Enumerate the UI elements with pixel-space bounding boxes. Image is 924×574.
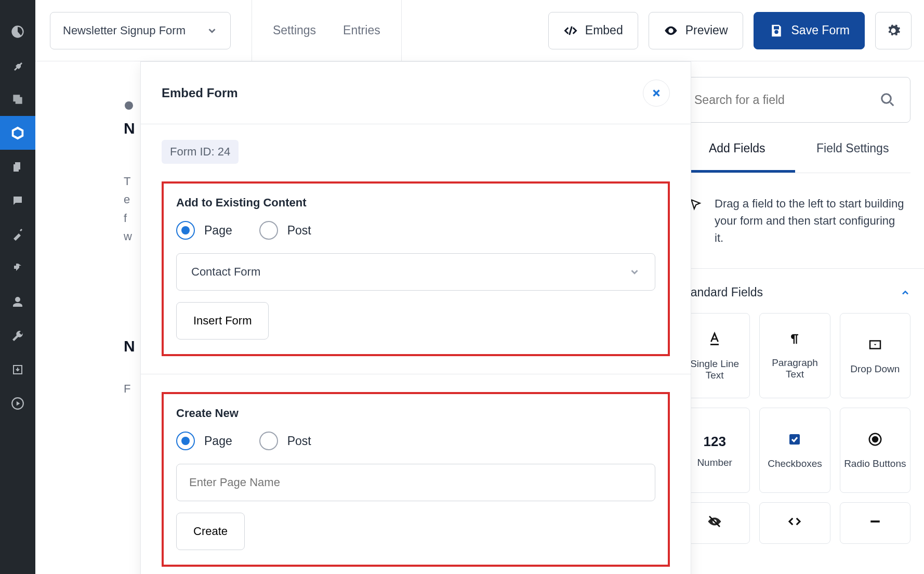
radio-icon <box>176 221 195 240</box>
field-item-2[interactable]: Drop Down <box>840 313 910 398</box>
close-button[interactable] <box>643 80 670 107</box>
pages-icon[interactable] <box>0 150 35 184</box>
chevron-down-icon <box>629 266 640 278</box>
tab-field-settings[interactable]: Field Settings <box>795 141 911 173</box>
settings-gear-button[interactable] <box>875 12 912 49</box>
create-button[interactable]: Create <box>176 513 245 550</box>
form-selector[interactable]: Newsletter Signup Form <box>50 12 231 49</box>
field-item-4[interactable]: Checkboxes <box>759 408 830 493</box>
tab-settings[interactable]: Settings <box>273 23 316 37</box>
save-button[interactable]: Save Form <box>754 12 865 49</box>
tab-entries[interactable]: Entries <box>343 23 380 37</box>
forms-icon[interactable] <box>0 116 35 150</box>
tools-icon[interactable] <box>0 319 35 353</box>
field-icon <box>867 514 883 533</box>
field-label: Paragraph Text <box>762 357 827 380</box>
tab-add-fields[interactable]: Add Fields <box>679 141 795 173</box>
toolbar: Newsletter Signup Form Settings Entries … <box>35 0 924 61</box>
field-item-7[interactable] <box>759 502 830 544</box>
field-label: Drop Down <box>850 363 900 375</box>
insert-form-button[interactable]: Insert Form <box>176 302 269 340</box>
preview-label: Preview <box>685 23 728 37</box>
svg-point-1 <box>125 101 133 110</box>
search-icon <box>880 92 895 108</box>
dashboard-icon[interactable] <box>0 15 35 48</box>
users-icon[interactable] <box>0 285 35 319</box>
select-value: Contact Form <box>191 265 260 279</box>
right-panel: Add Fields Field Settings Drag a field t… <box>665 61 924 574</box>
chevron-up-icon[interactable] <box>900 288 910 298</box>
field-icon <box>867 337 883 356</box>
radio-icon <box>259 432 278 450</box>
field-item-5[interactable]: Radio Buttons <box>840 408 910 493</box>
admin-sidebar <box>0 0 35 574</box>
canvas-area: N T e f w N F Embed Form <box>35 61 665 574</box>
field-icon <box>787 332 802 350</box>
field-icon <box>707 514 722 533</box>
play-icon[interactable] <box>0 386 35 420</box>
existing-title: Add to Existing Content <box>176 196 655 210</box>
gear-icon <box>886 23 901 38</box>
embed-button[interactable]: Embed <box>548 12 638 49</box>
embed-modal: Embed Form Form ID: 24 Add to Existing C… <box>140 61 691 574</box>
search-input[interactable] <box>694 93 880 107</box>
field-icon <box>867 432 883 451</box>
svg-point-6 <box>873 437 878 442</box>
modal-title: Embed Form <box>162 86 238 100</box>
accordion-title: Standard Fields <box>679 285 763 299</box>
field-label: Radio Buttons <box>844 458 906 469</box>
field-item-8[interactable] <box>840 502 910 544</box>
svg-point-2 <box>882 94 891 103</box>
existing-radio-page[interactable]: Page <box>176 221 232 240</box>
preview-button[interactable]: Preview <box>649 12 743 49</box>
embed-label: Embed <box>585 23 623 37</box>
pin-icon[interactable] <box>0 48 35 82</box>
close-icon <box>651 87 662 99</box>
existing-page-select[interactable]: Contact Form <box>176 253 655 291</box>
code-icon <box>563 23 578 38</box>
comments-icon[interactable] <box>0 184 35 217</box>
media-icon[interactable] <box>0 82 35 116</box>
gear-small-icon <box>124 100 134 111</box>
appearance-icon[interactable] <box>0 217 35 251</box>
save-icon <box>769 23 784 38</box>
plugins-icon[interactable] <box>0 251 35 285</box>
hint-text: Drag a field to the left to start buildi… <box>715 195 906 246</box>
form-selector-label: Newsletter Signup Form <box>63 24 186 37</box>
radio-icon <box>176 432 195 450</box>
standard-fields-accordion: Standard Fields Single Line TextParagrap… <box>666 268 924 544</box>
createnew-title: Create New <box>176 407 655 420</box>
createnew-radio-post[interactable]: Post <box>259 432 311 450</box>
existing-radio-post[interactable]: Post <box>259 221 311 240</box>
field-icon <box>787 514 802 533</box>
field-item-1[interactable]: Paragraph Text <box>759 313 830 398</box>
createnew-radio-page[interactable]: Page <box>176 432 232 450</box>
chevron-down-icon <box>206 25 218 36</box>
form-id-badge: Form ID: 24 <box>162 140 239 164</box>
eye-icon <box>664 23 678 38</box>
field-icon <box>706 331 723 351</box>
field-label: Single Line Text <box>682 358 747 381</box>
field-icon <box>787 432 802 451</box>
field-icon: 123 <box>703 432 725 450</box>
import-icon[interactable] <box>0 353 35 386</box>
radio-icon <box>259 221 278 240</box>
center-tabs: Settings Entries <box>273 23 380 37</box>
field-label: Number <box>697 457 732 468</box>
field-search[interactable] <box>679 77 910 123</box>
save-label: Save Form <box>791 23 850 37</box>
field-label: Checkboxes <box>768 458 822 469</box>
add-existing-section: Add to Existing Content Page Post Contac… <box>162 181 670 356</box>
create-new-section: Create New Page Post Create <box>162 392 670 567</box>
page-name-input[interactable] <box>176 464 655 501</box>
